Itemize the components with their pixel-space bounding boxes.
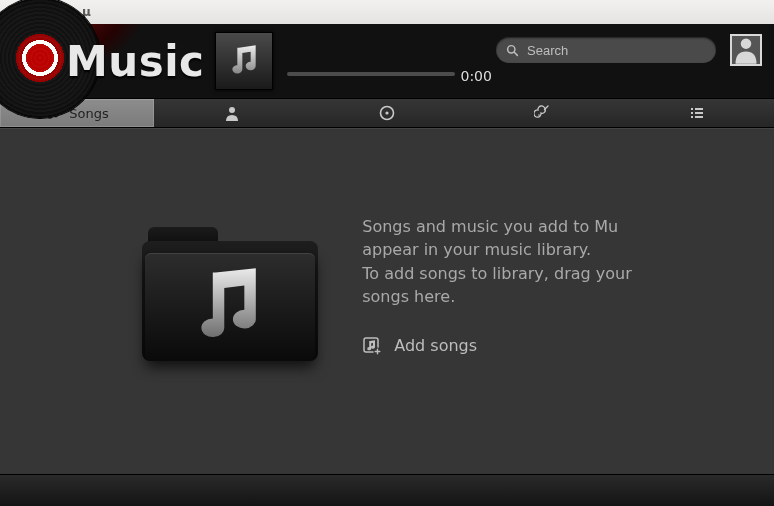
tab-albums[interactable] [309,99,464,127]
bottom-bar [0,474,774,506]
empty-state-text: Songs and music you add to Mu appear in … [362,215,632,308]
search-box[interactable] [496,37,716,63]
svg-point-8 [539,114,541,116]
person-icon [224,105,240,121]
add-music-icon [362,336,382,356]
main-area[interactable]: Songs and music you add to Mu appear in … [0,128,774,474]
empty-state: Songs and music you add to Mu appear in … [142,211,632,361]
svg-rect-12 [695,112,703,114]
svg-line-3 [514,52,517,55]
app-title: Music [66,37,205,86]
empty-line: To add songs to library, drag your [362,262,632,285]
user-avatar[interactable] [730,34,762,66]
window-titlebar: μ [0,0,774,24]
tab-songs-label: Songs [69,106,108,121]
disc-icon [379,105,395,121]
app-frame: Music 0:00 [0,24,774,506]
person-icon [732,34,760,64]
tab-playlists[interactable] [620,99,774,127]
svg-point-4 [741,38,752,49]
now-playing-art[interactable] [215,32,273,90]
list-icon [689,105,705,121]
svg-point-5 [229,107,235,113]
search-icon [506,44,519,57]
music-note-icon [187,264,273,350]
svg-point-7 [385,111,388,114]
empty-line: songs here. [362,285,632,308]
progress-area: 0:00 [287,32,492,90]
tab-artists[interactable] [154,99,309,127]
music-note-icon [224,41,264,81]
app-header: Music 0:00 [0,24,774,98]
svg-rect-14 [695,116,703,118]
empty-line: Songs and music you add to Mu [362,215,632,238]
tab-genres[interactable] [465,99,620,127]
guitar-icon [534,105,550,121]
empty-line: appear in your music library. [362,238,632,261]
svg-rect-10 [695,108,703,110]
search-input[interactable] [527,43,706,58]
view-tabs: Songs [0,98,774,128]
svg-rect-13 [691,116,693,118]
svg-rect-11 [691,112,693,114]
progress-bar[interactable] [287,72,455,76]
svg-rect-9 [691,108,693,110]
time-elapsed: 0:00 [461,68,492,84]
add-songs-label: Add songs [394,336,477,355]
add-songs-button[interactable]: Add songs [362,336,632,356]
music-folder-illustration [142,211,322,361]
